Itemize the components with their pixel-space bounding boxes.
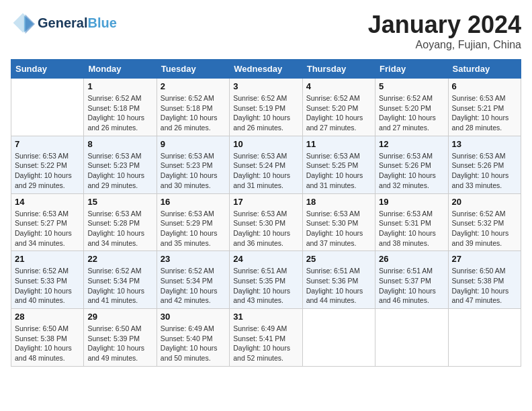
calendar-cell: 29Sunrise: 6:50 AMSunset: 5:39 PMDayligh… bbox=[84, 309, 157, 367]
day-info: Sunrise: 6:53 AMSunset: 5:22 PMDaylight:… bbox=[15, 151, 80, 191]
day-info: Sunrise: 6:51 AMSunset: 5:36 PMDaylight:… bbox=[306, 266, 371, 306]
header-tuesday: Tuesday bbox=[157, 60, 229, 79]
day-info: Sunrise: 6:53 AMSunset: 5:28 PMDaylight:… bbox=[87, 209, 152, 248]
day-info: Sunrise: 6:52 AMSunset: 5:18 PMDaylight:… bbox=[87, 93, 152, 133]
day-number: 10 bbox=[233, 139, 298, 149]
calendar-cell: 22Sunrise: 6:52 AMSunset: 5:34 PMDayligh… bbox=[84, 251, 157, 309]
day-number: 4 bbox=[306, 81, 371, 91]
day-info: Sunrise: 6:53 AMSunset: 5:26 PMDaylight:… bbox=[379, 151, 444, 191]
calendar-week-row: 7Sunrise: 6:53 AMSunset: 5:22 PMDaylight… bbox=[11, 136, 521, 193]
day-info: Sunrise: 6:52 AMSunset: 5:18 PMDaylight:… bbox=[161, 93, 226, 133]
day-number: 27 bbox=[452, 254, 517, 264]
header-friday: Friday bbox=[375, 60, 448, 79]
header-saturday: Saturday bbox=[448, 60, 521, 79]
calendar-cell: 12Sunrise: 6:53 AMSunset: 5:26 PMDayligh… bbox=[375, 136, 448, 193]
day-info: Sunrise: 6:51 AMSunset: 5:35 PMDaylight:… bbox=[233, 266, 298, 306]
title-block: January 2024 Aoyang, Fujian, China bbox=[368, 11, 521, 51]
day-number: 2 bbox=[161, 81, 226, 91]
day-info: Sunrise: 6:51 AMSunset: 5:37 PMDaylight:… bbox=[379, 266, 444, 306]
calendar-cell: 24Sunrise: 6:51 AMSunset: 5:35 PMDayligh… bbox=[230, 251, 302, 309]
calendar-cell: 5Sunrise: 6:52 AMSunset: 5:20 PMDaylight… bbox=[375, 79, 448, 136]
calendar-cell: 23Sunrise: 6:52 AMSunset: 5:34 PMDayligh… bbox=[157, 251, 229, 309]
day-info: Sunrise: 6:52 AMSunset: 5:33 PMDaylight:… bbox=[15, 266, 80, 306]
calendar-header-row: SundayMondayTuesdayWednesdayThursdayFrid… bbox=[11, 60, 521, 79]
calendar-cell: 8Sunrise: 6:53 AMSunset: 5:23 PMDaylight… bbox=[84, 136, 157, 193]
calendar-cell: 7Sunrise: 6:53 AMSunset: 5:22 PMDaylight… bbox=[11, 136, 84, 193]
day-info: Sunrise: 6:50 AMSunset: 5:39 PMDaylight:… bbox=[87, 324, 152, 363]
day-number: 26 bbox=[379, 254, 444, 264]
day-info: Sunrise: 6:49 AMSunset: 5:41 PMDaylight:… bbox=[233, 324, 298, 363]
day-info: Sunrise: 6:50 AMSunset: 5:38 PMDaylight:… bbox=[15, 324, 80, 363]
logo: GeneralBlue bbox=[11, 11, 117, 35]
header-monday: Monday bbox=[84, 60, 157, 79]
day-number: 29 bbox=[87, 312, 152, 322]
day-info: Sunrise: 6:53 AMSunset: 5:24 PMDaylight:… bbox=[233, 151, 298, 191]
calendar-cell: 1Sunrise: 6:52 AMSunset: 5:18 PMDaylight… bbox=[84, 79, 157, 136]
day-info: Sunrise: 6:53 AMSunset: 5:31 PMDaylight:… bbox=[379, 209, 444, 248]
calendar-week-row: 28Sunrise: 6:50 AMSunset: 5:38 PMDayligh… bbox=[11, 309, 521, 367]
calendar-cell: 17Sunrise: 6:53 AMSunset: 5:30 PMDayligh… bbox=[230, 193, 302, 251]
calendar-cell: 31Sunrise: 6:49 AMSunset: 5:41 PMDayligh… bbox=[230, 309, 302, 367]
day-info: Sunrise: 6:53 AMSunset: 5:26 PMDaylight:… bbox=[452, 151, 517, 191]
day-info: Sunrise: 6:50 AMSunset: 5:38 PMDaylight:… bbox=[452, 266, 517, 306]
calendar-cell: 16Sunrise: 6:53 AMSunset: 5:29 PMDayligh… bbox=[157, 193, 229, 251]
page-header: GeneralBlue January 2024 Aoyang, Fujian,… bbox=[11, 11, 521, 51]
day-number: 18 bbox=[306, 197, 371, 207]
calendar-cell: 11Sunrise: 6:53 AMSunset: 5:25 PMDayligh… bbox=[302, 136, 375, 193]
day-number: 19 bbox=[379, 197, 444, 207]
calendar-week-row: 21Sunrise: 6:52 AMSunset: 5:33 PMDayligh… bbox=[11, 251, 521, 309]
day-number: 5 bbox=[379, 81, 444, 91]
calendar-cell bbox=[11, 79, 84, 136]
day-info: Sunrise: 6:52 AMSunset: 5:19 PMDaylight:… bbox=[233, 93, 298, 133]
day-number: 24 bbox=[233, 254, 298, 264]
day-info: Sunrise: 6:49 AMSunset: 5:40 PMDaylight:… bbox=[161, 324, 226, 363]
calendar-cell bbox=[375, 309, 448, 367]
day-number: 15 bbox=[87, 197, 152, 207]
day-number: 21 bbox=[15, 254, 80, 264]
day-info: Sunrise: 6:53 AMSunset: 5:21 PMDaylight:… bbox=[452, 93, 517, 133]
calendar-week-row: 1Sunrise: 6:52 AMSunset: 5:18 PMDaylight… bbox=[11, 79, 521, 136]
day-number: 28 bbox=[15, 312, 80, 322]
calendar-cell: 13Sunrise: 6:53 AMSunset: 5:26 PMDayligh… bbox=[448, 136, 521, 193]
day-number: 3 bbox=[233, 81, 298, 91]
location: Aoyang, Fujian, China bbox=[368, 39, 521, 51]
calendar-cell: 28Sunrise: 6:50 AMSunset: 5:38 PMDayligh… bbox=[11, 309, 84, 367]
calendar-cell: 18Sunrise: 6:53 AMSunset: 5:30 PMDayligh… bbox=[302, 193, 375, 251]
calendar-cell: 4Sunrise: 6:52 AMSunset: 5:20 PMDaylight… bbox=[302, 79, 375, 136]
calendar-cell: 25Sunrise: 6:51 AMSunset: 5:36 PMDayligh… bbox=[302, 251, 375, 309]
calendar-cell: 10Sunrise: 6:53 AMSunset: 5:24 PMDayligh… bbox=[230, 136, 302, 193]
day-number: 31 bbox=[233, 312, 298, 322]
calendar-week-row: 14Sunrise: 6:53 AMSunset: 5:27 PMDayligh… bbox=[11, 193, 521, 251]
day-number: 20 bbox=[452, 197, 517, 207]
day-number: 1 bbox=[87, 81, 152, 91]
day-number: 30 bbox=[161, 312, 226, 322]
day-info: Sunrise: 6:52 AMSunset: 5:32 PMDaylight:… bbox=[452, 209, 517, 248]
day-number: 25 bbox=[306, 254, 371, 264]
calendar-cell: 19Sunrise: 6:53 AMSunset: 5:31 PMDayligh… bbox=[375, 193, 448, 251]
logo-icon bbox=[11, 11, 35, 35]
calendar-cell: 9Sunrise: 6:53 AMSunset: 5:23 PMDaylight… bbox=[157, 136, 229, 193]
calendar-cell: 14Sunrise: 6:53 AMSunset: 5:27 PMDayligh… bbox=[11, 193, 84, 251]
day-info: Sunrise: 6:53 AMSunset: 5:27 PMDaylight:… bbox=[15, 209, 80, 248]
calendar-cell: 26Sunrise: 6:51 AMSunset: 5:37 PMDayligh… bbox=[375, 251, 448, 309]
calendar-cell: 3Sunrise: 6:52 AMSunset: 5:19 PMDaylight… bbox=[230, 79, 302, 136]
day-number: 23 bbox=[161, 254, 226, 264]
day-number: 12 bbox=[379, 139, 444, 149]
day-number: 22 bbox=[87, 254, 152, 264]
day-info: Sunrise: 6:52 AMSunset: 5:20 PMDaylight:… bbox=[379, 93, 444, 133]
day-info: Sunrise: 6:53 AMSunset: 5:25 PMDaylight:… bbox=[306, 151, 371, 191]
logo-general: General bbox=[38, 15, 87, 30]
day-number: 11 bbox=[306, 139, 371, 149]
calendar-cell bbox=[302, 309, 375, 367]
calendar-cell: 2Sunrise: 6:52 AMSunset: 5:18 PMDaylight… bbox=[157, 79, 229, 136]
header-wednesday: Wednesday bbox=[230, 60, 302, 79]
calendar-cell: 30Sunrise: 6:49 AMSunset: 5:40 PMDayligh… bbox=[157, 309, 229, 367]
calendar-table: SundayMondayTuesdayWednesdayThursdayFrid… bbox=[11, 59, 521, 367]
day-info: Sunrise: 6:52 AMSunset: 5:20 PMDaylight:… bbox=[306, 93, 371, 133]
header-thursday: Thursday bbox=[302, 60, 375, 79]
calendar-cell: 21Sunrise: 6:52 AMSunset: 5:33 PMDayligh… bbox=[11, 251, 84, 309]
day-number: 9 bbox=[161, 139, 226, 149]
day-info: Sunrise: 6:53 AMSunset: 5:30 PMDaylight:… bbox=[306, 209, 371, 248]
calendar-cell: 15Sunrise: 6:53 AMSunset: 5:28 PMDayligh… bbox=[84, 193, 157, 251]
day-info: Sunrise: 6:52 AMSunset: 5:34 PMDaylight:… bbox=[87, 266, 152, 306]
